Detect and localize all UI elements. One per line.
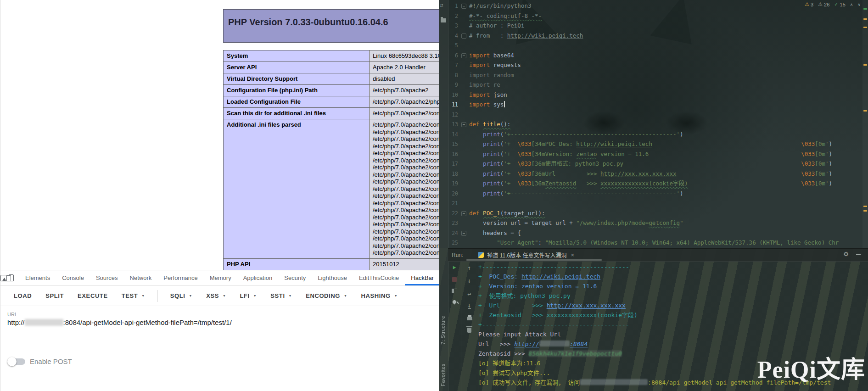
error-stripe-mark bbox=[863, 206, 867, 207]
stop-button[interactable] bbox=[452, 277, 457, 282]
code-line-11[interactable]: 11import sys bbox=[448, 100, 862, 110]
code-line-24[interactable]: 24− headers = { bbox=[448, 228, 862, 238]
hackbar-button-lfi[interactable]: LFI bbox=[233, 286, 263, 306]
code-line-25[interactable]: 25 "User-Agent": "Mozilla/5.0 (Windows N… bbox=[448, 238, 862, 248]
devtools-tab-console[interactable]: Console bbox=[56, 270, 90, 285]
code-line-10[interactable]: 10import json bbox=[448, 90, 862, 100]
devtools-tab-memory[interactable]: Memory bbox=[204, 270, 237, 285]
console-link[interactable]: :8084 bbox=[570, 341, 588, 347]
fold-marker-icon[interactable]: − bbox=[461, 231, 466, 236]
project-folder-icon[interactable] bbox=[441, 18, 446, 22]
code-token: print bbox=[483, 140, 500, 147]
code-line-22[interactable]: 22−def POC_1(target_url): bbox=[448, 208, 862, 218]
line-number: 19 bbox=[448, 179, 458, 189]
code-line-19[interactable]: 19 print('+ \033[36mZentaosid >>> xxxxxx… bbox=[448, 179, 862, 189]
ini-file-path: /etc/php/7.0/apache2/con bbox=[373, 185, 439, 193]
code-line-6[interactable]: 6−import base64 bbox=[448, 50, 862, 61]
code-token: " bbox=[680, 219, 683, 226]
console-link[interactable]: http:// bbox=[514, 341, 539, 347]
typos-icon[interactable]: ✓15 bbox=[834, 1, 845, 7]
hackbar-button-xss[interactable]: XSS bbox=[199, 286, 233, 306]
enable-post-toggle[interactable] bbox=[9, 358, 25, 365]
devtools-tab-hackbar[interactable]: HackBar bbox=[405, 270, 439, 285]
favorites-tool-button[interactable]: Favorites bbox=[440, 363, 446, 386]
inspect-element-button[interactable] bbox=[0, 272, 7, 284]
fold-marker-icon[interactable]: − bbox=[461, 122, 466, 127]
code-token: [36m bbox=[532, 180, 545, 187]
code-line-21[interactable]: 21 bbox=[448, 198, 862, 208]
console-link[interactable]: http://wiki.peiqi.tech bbox=[521, 273, 600, 280]
code-token: '+ bbox=[504, 160, 517, 167]
error-stripe-mark bbox=[863, 27, 867, 28]
tool-window-swap-icon[interactable] bbox=[440, 2, 443, 8]
code-line-8[interactable]: 8import random bbox=[448, 70, 862, 80]
pin-tab-button[interactable] bbox=[452, 299, 457, 304]
devtools-tab-performance[interactable]: Performance bbox=[157, 270, 203, 285]
code-line-15[interactable]: 15 print('+ \033[34mPOC_Des: http://wiki… bbox=[448, 139, 862, 149]
hackbar-button-execute[interactable]: EXECUTE bbox=[71, 286, 115, 306]
console-line: +---------------------------------------… bbox=[478, 320, 868, 330]
rerun-button[interactable] bbox=[453, 264, 456, 270]
code-line-18[interactable]: 18 print('+ \033[36mUrl >>> http://xxx.x… bbox=[448, 169, 862, 179]
code-line-14[interactable]: 14 print('+-----------------------------… bbox=[448, 129, 862, 140]
up-stack-trace-button[interactable] bbox=[468, 264, 471, 271]
soft-wrap-button[interactable] bbox=[468, 290, 471, 297]
code-line-9[interactable]: 9import re bbox=[448, 80, 862, 90]
code-line-17[interactable]: 17 print('+ \033[36m使用格式: python3 poc.py… bbox=[448, 159, 862, 169]
hackbar-button-hashing[interactable]: HASHING bbox=[354, 286, 405, 306]
scroll-to-end-button[interactable] bbox=[468, 303, 471, 309]
restore-layout-button[interactable] bbox=[452, 289, 457, 293]
hackbar-button-ssti[interactable]: SSTI bbox=[263, 286, 299, 306]
clear-console-button[interactable] bbox=[467, 328, 471, 333]
hackbar-button-encoding[interactable]: ENCODING bbox=[299, 286, 354, 306]
phpinfo-label: Configuration File (php.ini) Path bbox=[224, 85, 370, 96]
next-problem-icon[interactable] bbox=[857, 2, 861, 7]
code-line-3[interactable]: 3# author : PeiQi bbox=[448, 21, 862, 31]
devtools-tab-network[interactable]: Network bbox=[124, 270, 158, 285]
code-line-4[interactable]: 4−# from : http://wiki.peiqi.tech bbox=[448, 31, 862, 41]
previous-problem-icon[interactable] bbox=[850, 2, 853, 7]
code-line-23[interactable]: 23 version_url = target_url + "/www/inde… bbox=[448, 218, 862, 228]
line-number: 10 bbox=[448, 90, 458, 101]
gear-icon[interactable] bbox=[843, 251, 849, 257]
devtools-tab-editthiscookie[interactable]: EditThisCookie bbox=[353, 270, 405, 285]
console-link[interactable]: http://xxx.xxx.xxx.xxx bbox=[547, 302, 626, 309]
structure-tool-button[interactable]: 7: Structure bbox=[440, 316, 446, 345]
hackbar-button-sqli[interactable]: SQLI bbox=[163, 286, 199, 306]
print-icon[interactable] bbox=[467, 317, 472, 320]
devtools-tab-elements[interactable]: Elements bbox=[19, 270, 56, 285]
fold-marker-icon[interactable]: − bbox=[461, 4, 466, 9]
down-stack-trace-button[interactable] bbox=[468, 277, 471, 284]
code-token bbox=[469, 160, 483, 167]
fold-marker-icon[interactable]: − bbox=[461, 211, 466, 216]
ini-file-path: /etc/php/7.0/apache2/con bbox=[373, 192, 439, 200]
code-line-7[interactable]: 7import requests bbox=[448, 60, 862, 70]
hackbar-button-test[interactable]: TEST bbox=[115, 286, 152, 306]
code-editor[interactable]: 1−#!/usr/bin/python32#-*- coding:utf-8 -… bbox=[448, 1, 862, 248]
warning-icon[interactable]: ⚠26 bbox=[818, 1, 829, 7]
code-token: ) bbox=[829, 140, 832, 147]
code-line-12[interactable]: 12 bbox=[448, 110, 862, 120]
close-icon[interactable] bbox=[571, 251, 575, 258]
code-line-16[interactable]: 16 print('+ \033[34mVersion: zentao vers… bbox=[448, 149, 862, 159]
code-line-2[interactable]: 2#-*- coding:utf-8 -*- bbox=[448, 11, 862, 21]
console-text: + 使用格式: python3 poc.py bbox=[478, 292, 571, 299]
devtools-tab-lighthouse[interactable]: Lighthouse bbox=[312, 270, 353, 285]
code-line-5[interactable]: 5 bbox=[448, 40, 862, 50]
code-line-1[interactable]: 1−#!/usr/bin/python3 bbox=[448, 1, 862, 11]
code-line-20[interactable]: 20 print('+-----------------------------… bbox=[448, 189, 862, 199]
editor-scrollbar[interactable] bbox=[862, 0, 868, 248]
run-tab-title[interactable]: 禅道 11.6版本 任意文件写入漏洞 bbox=[487, 251, 566, 259]
hackbar-button-load[interactable]: LOAD bbox=[7, 286, 39, 306]
url-input[interactable]: http://:8084/api-getModel-api-getMethod-… bbox=[7, 318, 232, 326]
fold-marker-icon[interactable]: − bbox=[461, 53, 466, 58]
line-number: 16 bbox=[448, 150, 458, 160]
minimize-icon[interactable] bbox=[856, 254, 861, 255]
devtools-tab-sources[interactable]: Sources bbox=[90, 270, 124, 285]
warning-icon[interactable]: ⚠3 bbox=[805, 1, 813, 7]
code-line-13[interactable]: 13−def title(): bbox=[448, 119, 862, 129]
devtools-tab-security[interactable]: Security bbox=[278, 270, 312, 285]
devtools-tab-application[interactable]: Application bbox=[237, 270, 279, 285]
fold-marker-icon[interactable]: − bbox=[461, 34, 466, 39]
hackbar-button-split[interactable]: SPLIT bbox=[39, 286, 71, 306]
